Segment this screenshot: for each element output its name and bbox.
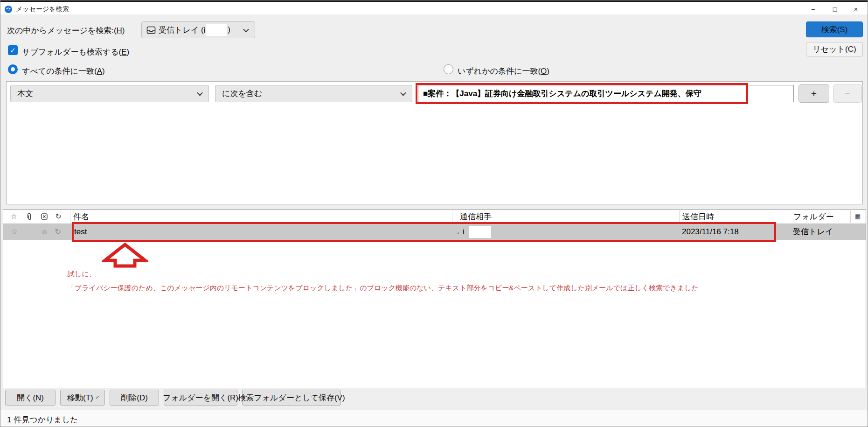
star-column-icon[interactable]: ☆ [11,212,17,221]
column-divider [70,210,70,223]
column-divider [850,210,851,223]
outgoing-arrow-icon: → [453,224,460,240]
search-scope-label: 次の中からメッセージを検索:(H) [7,25,125,36]
save-as-search-folder-button[interactable]: 検索フォルダーとして保存(V) [242,390,341,406]
chevron-down-icon [96,395,99,399]
redaction-box [469,226,491,238]
open-button[interactable]: 開く(N) [5,390,56,406]
match-all-suffix: ) [102,67,105,76]
folder-value-suffix: ) [228,25,230,35]
match-any-label: いずれかの条件に一致(O) [458,66,549,77]
condition-panel: 本文 に次を含む + − [6,81,863,204]
search-subfolders-label: サブフォルダーも検索する(E) [22,47,129,57]
result-row[interactable]: ☆ ↻ test → i 2023/11/16 7:18 受信トレイ [3,224,866,240]
results-header-row: ☆ ↻ 件名 通信相手 送信日時 フォルダー ▦ [3,210,866,224]
column-header-date[interactable]: 送信日時 [682,211,714,222]
folder-value: 受信トレイ (i [159,25,205,35]
result-date: 2023/11/16 7:18 [682,224,739,240]
subfolders-label-text: サブフォルダーも検索する( [22,48,121,56]
subfolders-label-suffix: ) [127,48,130,56]
match-any-text: いずれかの条件に一致( [458,67,541,76]
thread-icon[interactable]: ↻ [55,224,61,240]
junk-column-icon[interactable] [41,213,48,220]
annotation-arrow-up-icon [102,243,148,268]
condition-operator-dropdown[interactable]: に次を含む [215,85,412,102]
window-title: メッセージを検索 [16,5,69,14]
condition-operator-value: に次を含む [222,88,262,99]
column-divider[interactable] [788,210,788,223]
attachment-column-icon[interactable] [26,213,32,221]
results-table: ☆ ↻ 件名 通信相手 送信日時 フォルダー ▦ ☆ ↻ test [3,209,866,388]
redaction-box [206,24,227,36]
match-any-suffix: ) [547,67,549,76]
add-condition-button[interactable]: + [799,84,829,103]
match-all-text: すべての条件に一致( [22,67,97,76]
column-header-correspondents[interactable]: 通信相手 [460,211,492,222]
column-header-subject[interactable]: 件名 [73,211,89,222]
column-picker-icon[interactable]: ▦ [855,212,861,221]
move-button[interactable]: 移動(T) [60,390,105,406]
close-button[interactable]: × [845,3,867,15]
search-button[interactable]: 検索(S) [806,21,863,37]
move-button-label: 移動(T) [67,392,93,403]
open-folder-button[interactable]: フォルダーを開く(R) [164,390,237,406]
check-icon: ✓ [10,46,16,54]
star-icon[interactable]: ☆ [11,224,18,240]
read-status-icon[interactable] [42,230,47,234]
maximize-button[interactable]: □ [824,3,846,15]
titlebar: メッセージを検索 − □ × [0,0,868,14]
result-correspondent: i [463,224,465,240]
minimize-button[interactable]: − [802,3,824,15]
column-divider[interactable] [452,210,452,223]
match-all-label: すべての条件に一致(A) [22,66,105,77]
status-bar: 1 件見つかりました [0,410,868,427]
thread-column-icon[interactable]: ↻ [56,212,62,221]
annotation-text-1: 試しに、 [68,270,96,279]
subfolders-access-key: E [121,48,126,56]
search-scope-access-key: H [117,26,122,35]
match-all-radio[interactable] [8,64,18,74]
thunderbird-icon [5,6,12,13]
chevron-down-icon [197,90,203,96]
column-header-folder[interactable]: フォルダー [793,211,834,222]
chevron-down-icon [243,27,249,33]
annotation-text-2: 「プライバシー保護のため、このメッセージ内のリモートコンテンツをブロックしました… [68,284,699,293]
search-subfolders-checkbox[interactable]: ✓ [8,45,18,55]
condition-field-dropdown[interactable]: 本文 [10,85,209,102]
match-any-radio[interactable] [444,64,453,74]
inbox-icon [146,26,156,34]
reset-button[interactable]: リセット(C) [806,42,863,56]
remove-condition-button[interactable]: − [833,84,862,103]
column-divider[interactable] [679,210,680,223]
folder-select-dropdown[interactable]: 受信トレイ (i) [141,21,255,38]
result-subject: test [74,224,87,240]
result-folder: 受信トレイ [793,224,833,240]
match-any-access-key: O [541,67,547,76]
delete-button[interactable]: 削除(D) [110,390,159,406]
condition-value-input[interactable] [418,85,794,102]
status-text: 1 件見つかりました [7,414,78,425]
chevron-down-icon [400,90,406,96]
search-messages-dialog: メッセージを検索 − □ × 次の中からメッセージを検索:(H) 受信トレイ (… [0,0,868,427]
search-scope-label-text: 次の中からメッセージを検索:( [7,26,117,35]
match-all-access-key: A [97,67,102,76]
search-scope-label-suffix: ) [122,26,125,35]
condition-field-value: 本文 [17,88,33,99]
